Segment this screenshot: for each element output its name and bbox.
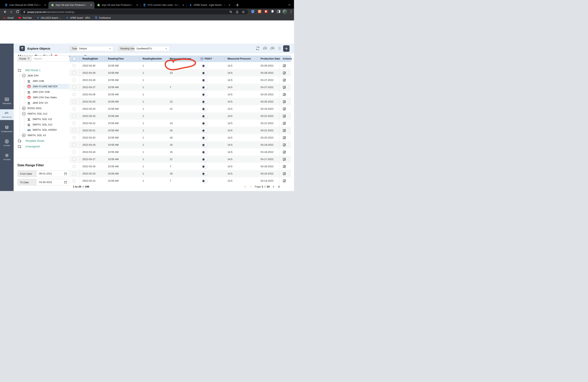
back-icon[interactable] bbox=[3, 10, 7, 14]
edit-icon[interactable] bbox=[283, 143, 286, 147]
close-icon[interactable]: ✕ bbox=[228, 3, 231, 7]
edit-icon[interactable] bbox=[283, 114, 286, 118]
to-date-field[interactable]: To Date 03-30-2022 bbox=[18, 179, 69, 186]
new-tab-button[interactable] bbox=[235, 3, 240, 7]
browser-tab-4[interactable]: XTO current rules used - Autom ✕ bbox=[141, 1, 187, 9]
psig-toggle[interactable] bbox=[202, 179, 208, 183]
bookmark-star-icon[interactable] bbox=[242, 10, 245, 14]
col-measured-volume[interactable]: Measured Volume bbox=[170, 57, 191, 60]
sidebar-item-access[interactable]: Access bbox=[0, 139, 14, 147]
close-icon[interactable]: ✕ bbox=[43, 3, 47, 7]
orange-extension-icon[interactable] bbox=[258, 10, 262, 13]
tree-node-mid-route-1[interactable]: MID Route 1 bbox=[18, 67, 41, 73]
edit-icon[interactable] bbox=[283, 107, 286, 110]
first-page-icon[interactable] bbox=[244, 185, 247, 188]
row-checkbox[interactable] bbox=[73, 115, 76, 117]
edit-icon[interactable] bbox=[283, 165, 286, 168]
tree-node-smith-sol-30052[interactable]: SMITH, SOL #30052 bbox=[27, 127, 57, 132]
close-icon[interactable]: ✕ bbox=[182, 3, 185, 7]
calendar-icon[interactable] bbox=[64, 181, 67, 184]
edit-icon[interactable] bbox=[283, 172, 286, 175]
row-checkbox[interactable] bbox=[73, 86, 76, 89]
psig-toggle[interactable] bbox=[202, 150, 208, 154]
side-panel-icon[interactable] bbox=[277, 10, 281, 13]
psig-toggle[interactable] bbox=[202, 93, 208, 96]
psig-toggle[interactable] bbox=[202, 172, 208, 175]
tab-search-chevron-icon[interactable] bbox=[288, 3, 291, 6]
browser-tab-5[interactable]: APBE board - Agile Board - JIRA ✕ bbox=[187, 1, 233, 9]
edit-icon[interactable] bbox=[283, 85, 286, 89]
share-icon[interactable] bbox=[235, 10, 239, 14]
sidebar-item-analytics[interactable]: Analytics bbox=[0, 191, 14, 191]
next-page-icon[interactable] bbox=[273, 185, 275, 188]
from-date-field[interactable]: From Date 09-01-2021 bbox=[18, 170, 69, 177]
psig-toggle[interactable] bbox=[202, 71, 208, 75]
edit-icon[interactable] bbox=[283, 158, 286, 161]
psig-toggle[interactable] bbox=[202, 86, 208, 89]
refresh-icon[interactable] bbox=[255, 46, 260, 51]
edit-icon[interactable] bbox=[283, 100, 286, 103]
tree-node-jw-zav[interactable]: J&W ZAV bbox=[22, 73, 39, 78]
row-checkbox[interactable] bbox=[73, 136, 76, 139]
row-checkbox[interactable] bbox=[73, 150, 76, 153]
row-checkbox[interactable] bbox=[73, 179, 76, 182]
edit-icon[interactable] bbox=[283, 122, 286, 125]
psig-toggle[interactable] bbox=[202, 107, 208, 111]
last-page-icon[interactable] bbox=[277, 185, 280, 188]
col-psig[interactable]: PSIG? bbox=[205, 57, 212, 60]
edit-icon[interactable] bbox=[283, 136, 286, 139]
col-production-date[interactable]: Production Date bbox=[261, 57, 280, 60]
kebab-menu-icon[interactable] bbox=[290, 10, 293, 13]
sidebar-item-operations[interactable]: Operations bbox=[0, 109, 14, 120]
edit-icon[interactable] bbox=[283, 64, 286, 67]
add-reading-button[interactable] bbox=[283, 45, 290, 52]
reading-view-select[interactable]: GasMeterBTU bbox=[135, 46, 169, 51]
extensions-puzzle-icon[interactable] bbox=[271, 10, 274, 13]
row-checkbox[interactable] bbox=[73, 100, 76, 103]
psig-toggle[interactable] bbox=[202, 129, 208, 132]
tree-node-unassigned[interactable]: Unassigned bbox=[18, 144, 40, 149]
bookmark-youtube[interactable]: YouTube bbox=[18, 16, 32, 19]
row-checkbox[interactable] bbox=[73, 71, 76, 74]
profile-avatar[interactable] bbox=[283, 9, 287, 14]
tree-node-jw-zav-1h[interactable]: J&W ZAV 1H bbox=[27, 100, 48, 106]
tree-node-jwh-1hb[interactable]: JWH 1HB bbox=[27, 78, 44, 84]
route-filter-chip[interactable]: Route bbox=[18, 56, 32, 62]
tree-search-input[interactable]: Search... bbox=[32, 56, 69, 62]
tree-node-ross-2503[interactable]: ROSS 2503 bbox=[22, 106, 42, 111]
psig-toggle[interactable] bbox=[202, 143, 208, 147]
psig-toggle[interactable] bbox=[202, 165, 208, 168]
sidebar-item-components[interactable]: Components bbox=[0, 125, 14, 132]
tree-node-jwh-zav-2hb[interactable]: JWH ZAV 2HB bbox=[27, 89, 50, 95]
close-icon[interactable]: ✕ bbox=[89, 3, 93, 7]
address-bar[interactable]: qaapp.joynai.net/operations/view-reading… bbox=[20, 9, 248, 14]
psig-toggle[interactable] bbox=[202, 64, 208, 67]
filter-button[interactable] bbox=[20, 46, 25, 51]
col-measured-pressure[interactable]: Measured Pressure bbox=[228, 57, 251, 60]
tree-node-smith-sol-3[interactable]: SMITH, SOL #3 bbox=[22, 133, 46, 138]
cloud-download-icon[interactable] bbox=[263, 46, 268, 51]
bookmark-gmail[interactable]: Gmail bbox=[3, 16, 13, 19]
row-checkbox[interactable] bbox=[73, 143, 76, 146]
row-checkbox[interactable] bbox=[73, 129, 76, 132]
prev-page-icon[interactable] bbox=[250, 185, 252, 188]
row-checkbox[interactable] bbox=[73, 107, 76, 110]
psig-toggle[interactable] bbox=[202, 136, 208, 139]
shield-extension-icon[interactable] bbox=[251, 10, 255, 14]
sidebar-item-allocation[interactable]: Allocation bbox=[0, 97, 14, 105]
tree-node-jwh-flare-meter[interactable]: JWH FLARE METER bbox=[27, 84, 58, 89]
row-checkbox[interactable] bbox=[73, 64, 76, 67]
psig-toggle[interactable] bbox=[202, 158, 208, 161]
team-select[interactable]: Default bbox=[77, 46, 113, 51]
psig-toggle[interactable] bbox=[202, 122, 208, 125]
row-checkbox[interactable] bbox=[73, 158, 76, 161]
browser-tab-3[interactable]: Joyn Oil and Gas Production ✕ bbox=[94, 1, 141, 9]
psig-toggle[interactable] bbox=[202, 100, 208, 104]
row-checkbox[interactable] bbox=[73, 93, 76, 96]
edit-icon[interactable] bbox=[283, 71, 286, 74]
adblock-hand-icon[interactable] bbox=[264, 10, 268, 13]
bookmark-jallocs-board[interactable]: JALLOCS board -... bbox=[37, 16, 61, 19]
col-reading-time[interactable]: ReadingTime bbox=[108, 57, 124, 60]
psig-toggle[interactable] bbox=[202, 79, 208, 82]
trash-icon[interactable] bbox=[278, 46, 281, 50]
